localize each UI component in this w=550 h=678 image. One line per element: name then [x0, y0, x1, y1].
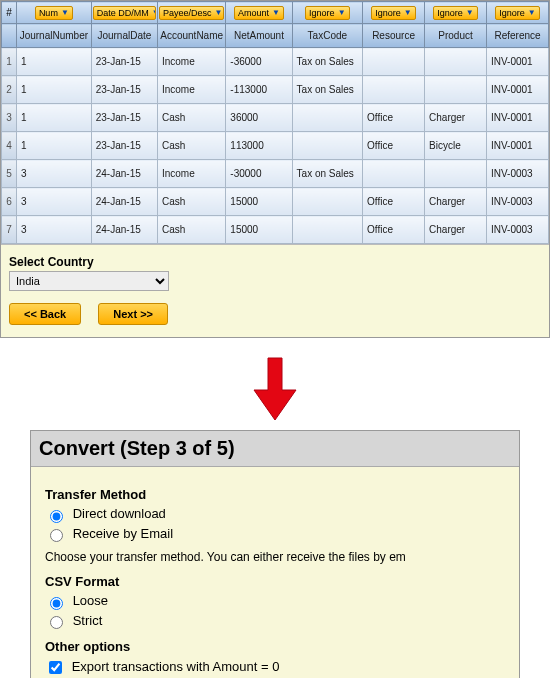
- country-select[interactable]: India: [9, 271, 169, 291]
- table-row: 1123-Jan-15Income-36000Tax on SalesINV-0…: [2, 48, 549, 76]
- next-button[interactable]: Next >>: [98, 303, 168, 325]
- col-map-ignore-3[interactable]: Ignore▼: [433, 6, 477, 20]
- col-map-ignore-2[interactable]: Ignore▼: [371, 6, 415, 20]
- radio-receive-email[interactable]: Receive by Email: [45, 526, 505, 543]
- cell: [363, 76, 425, 104]
- row-number: 6: [2, 188, 17, 216]
- step3-panel: Convert (Step 3 of 5) Transfer Method Di…: [30, 430, 520, 678]
- cell: [425, 48, 487, 76]
- cell: [292, 104, 363, 132]
- cell: Income: [157, 48, 225, 76]
- row-number: 5: [2, 160, 17, 188]
- src-header: Reference: [486, 24, 548, 48]
- cell: [425, 76, 487, 104]
- back-button[interactable]: << Back: [9, 303, 81, 325]
- step2-panel: # Num▼ Date DD/MM▼ Payee/Desc▼ Amount▼ I…: [0, 0, 550, 338]
- checkbox-export-zero-input[interactable]: [49, 661, 62, 674]
- row-number: 7: [2, 216, 17, 244]
- cell: Income: [157, 160, 225, 188]
- radio-direct-download-input[interactable]: [50, 510, 63, 523]
- cell: Income: [157, 76, 225, 104]
- table-row: 2123-Jan-15Income-113000Tax on SalesINV-…: [2, 76, 549, 104]
- radio-strict[interactable]: Strict: [45, 613, 505, 630]
- cell: 23-Jan-15: [91, 76, 157, 104]
- cell: [292, 132, 363, 160]
- cell: -36000: [226, 48, 292, 76]
- cell: 3: [16, 160, 91, 188]
- table-row: 6324-Jan-15Cash15000OfficeChargerINV-000…: [2, 188, 549, 216]
- cell: 113000: [226, 132, 292, 160]
- cell: INV-0001: [486, 76, 548, 104]
- cell: Cash: [157, 132, 225, 160]
- chevron-down-icon: ▼: [338, 8, 346, 17]
- cell: 23-Jan-15: [91, 48, 157, 76]
- src-header: Resource: [363, 24, 425, 48]
- chevron-down-icon: ▼: [466, 8, 474, 17]
- table-row: 3123-Jan-15Cash36000OfficeChargerINV-000…: [2, 104, 549, 132]
- cell: INV-0001: [486, 48, 548, 76]
- arrow-down-icon: [252, 356, 298, 422]
- cell: Office: [363, 132, 425, 160]
- table-row: 4123-Jan-15Cash113000OfficeBicycleINV-00…: [2, 132, 549, 160]
- transfer-method-heading: Transfer Method: [45, 487, 505, 502]
- cell: INV-0003: [486, 160, 548, 188]
- cell: 15000: [226, 216, 292, 244]
- csv-format-heading: CSV Format: [45, 574, 505, 589]
- col-map-date[interactable]: Date DD/MM▼: [93, 6, 156, 20]
- col-map-amount[interactable]: Amount▼: [234, 6, 284, 20]
- radio-strict-input[interactable]: [50, 616, 63, 629]
- cell: 3: [16, 188, 91, 216]
- cell: 23-Jan-15: [91, 104, 157, 132]
- cell: [292, 188, 363, 216]
- cell: 23-Jan-15: [91, 132, 157, 160]
- row-number: 3: [2, 104, 17, 132]
- cell: [292, 216, 363, 244]
- radio-loose[interactable]: Loose: [45, 593, 505, 610]
- src-header: TaxCode: [292, 24, 363, 48]
- cell: Office: [363, 188, 425, 216]
- cell: [363, 48, 425, 76]
- chevron-down-icon: ▼: [528, 8, 536, 17]
- table-row: 7324-Jan-15Cash15000OfficeChargerINV-000…: [2, 216, 549, 244]
- row-number: 2: [2, 76, 17, 104]
- cell: Tax on Sales: [292, 48, 363, 76]
- cell: 24-Jan-15: [91, 160, 157, 188]
- cell: -113000: [226, 76, 292, 104]
- src-header: NetAmount: [226, 24, 292, 48]
- cell: Cash: [157, 216, 225, 244]
- chevron-down-icon: ▼: [272, 8, 280, 17]
- cell: Charger: [425, 104, 487, 132]
- column-mapping-row: # Num▼ Date DD/MM▼ Payee/Desc▼ Amount▼ I…: [2, 2, 549, 24]
- cell: 24-Jan-15: [91, 216, 157, 244]
- cell: 15000: [226, 188, 292, 216]
- cell: [425, 160, 487, 188]
- chevron-down-icon: ▼: [215, 8, 223, 17]
- row-number: 4: [2, 132, 17, 160]
- cell: -30000: [226, 160, 292, 188]
- col-map-num[interactable]: Num▼: [35, 6, 73, 20]
- cell: 3: [16, 216, 91, 244]
- checkbox-export-zero[interactable]: Export transactions with Amount = 0: [45, 658, 505, 677]
- cell: Office: [363, 216, 425, 244]
- cell: INV-0001: [486, 132, 548, 160]
- col-map-ignore-4[interactable]: Ignore▼: [495, 6, 539, 20]
- other-options-heading: Other options: [45, 639, 505, 654]
- source-header-row: JournalNumber JournalDate AccountName Ne…: [2, 24, 549, 48]
- chevron-down-icon: ▼: [61, 8, 69, 17]
- cell: 24-Jan-15: [91, 188, 157, 216]
- cell: INV-0003: [486, 216, 548, 244]
- chevron-down-icon: ▼: [152, 8, 156, 17]
- cell: Charger: [425, 216, 487, 244]
- radio-receive-email-input[interactable]: [50, 529, 63, 542]
- radio-loose-input[interactable]: [50, 597, 63, 610]
- mapping-table: # Num▼ Date DD/MM▼ Payee/Desc▼ Amount▼ I…: [1, 1, 549, 244]
- cell: [363, 160, 425, 188]
- col-map-ignore-1[interactable]: Ignore▼: [305, 6, 349, 20]
- cell: 1: [16, 76, 91, 104]
- cell: Cash: [157, 104, 225, 132]
- col-map-payee[interactable]: Payee/Desc▼: [159, 6, 224, 20]
- radio-direct-download[interactable]: Direct download: [45, 506, 505, 523]
- cell: INV-0001: [486, 104, 548, 132]
- cell: Charger: [425, 188, 487, 216]
- src-header: JournalNumber: [16, 24, 91, 48]
